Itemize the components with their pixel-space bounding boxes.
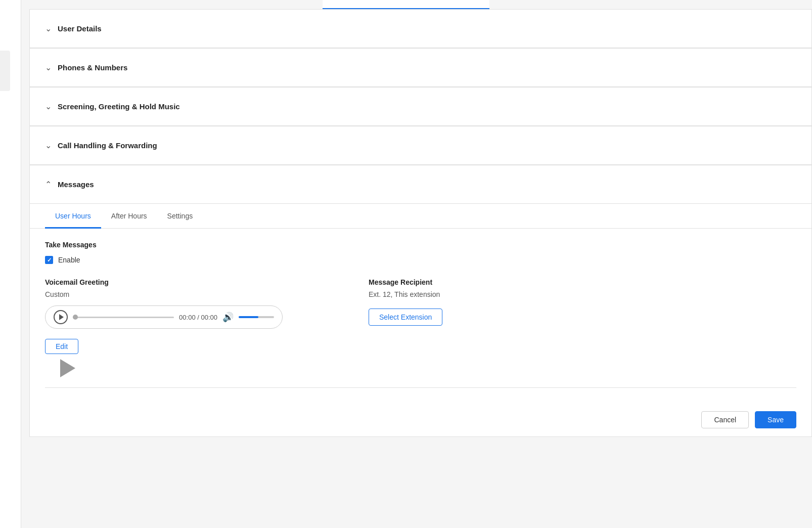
accordion-header-user-details[interactable]: ⌄ User Details: [30, 10, 811, 48]
edit-button[interactable]: Edit: [45, 339, 78, 354]
accordion-section-call-handling: ⌄ Call Handling & Forwarding: [29, 126, 812, 165]
accordion-header-phones-numbers[interactable]: ⌄ Phones & Numbers: [30, 49, 811, 86]
chevron-down-icon: ⌄: [45, 24, 52, 33]
left-sidebar: [0, 0, 21, 528]
top-progress-bar: [323, 0, 489, 9]
message-recipient-label: Message Recipient: [369, 278, 796, 286]
chevron-down-icon-2: ⌄: [45, 63, 52, 72]
chevron-down-icon-3: ⌄: [45, 102, 52, 111]
voicemail-greeting-label: Voicemail Greeting: [45, 278, 338, 286]
voicemail-greeting-col: Voicemail Greeting Custom 00:00 / 00:00 …: [45, 278, 338, 377]
accordion-section-screening: ⌄ Screening, Greeting & Hold Music: [29, 87, 812, 126]
accordion-section-user-details: ⌄ User Details: [29, 9, 812, 48]
call-handling-title: Call Handling & Forwarding: [58, 141, 157, 150]
tab-after-hours[interactable]: After Hours: [101, 204, 157, 229]
progress-thumb: [73, 315, 78, 320]
sidebar-tab: [0, 51, 10, 91]
page-wrapper: ⌄ User Details ⌄ Phones & Numbers ⌄ Scre…: [0, 0, 812, 528]
play-triangle-icon: [60, 359, 75, 377]
messages-body: Take Messages Enable Voicemail Greeting …: [30, 229, 811, 403]
main-content: ⌄ User Details ⌄ Phones & Numbers ⌄ Scre…: [29, 9, 812, 437]
divider: [45, 387, 796, 388]
tabs-bar: User Hours After Hours Settings: [30, 204, 811, 229]
messages-expanded-content: User Hours After Hours Settings Take Mes…: [30, 203, 811, 436]
chevron-up-icon: ⌃: [45, 180, 52, 189]
save-button[interactable]: Save: [755, 411, 796, 428]
accordion-header-screening[interactable]: ⌄ Screening, Greeting & Hold Music: [30, 87, 811, 125]
accordion-section-phones-numbers: ⌄ Phones & Numbers: [29, 48, 812, 87]
user-details-title: User Details: [58, 24, 102, 33]
time-display: 00:00 / 00:00: [179, 314, 217, 321]
cancel-button[interactable]: Cancel: [701, 411, 749, 428]
messages-title: Messages: [58, 180, 94, 189]
tab-settings[interactable]: Settings: [157, 204, 203, 229]
enable-label: Enable: [58, 256, 80, 264]
accordion-header-call-handling[interactable]: ⌄ Call Handling & Forwarding: [30, 126, 811, 164]
message-recipient-col: Message Recipient Ext. 12, This extensio…: [369, 278, 796, 326]
volume-fill: [239, 316, 258, 318]
chevron-down-icon-4: ⌄: [45, 141, 52, 150]
audio-player: 00:00 / 00:00 🔊: [45, 305, 283, 329]
recipient-ext-value: Ext. 12, This extension: [369, 290, 796, 298]
volume-bar[interactable]: [239, 316, 274, 318]
accordion-header-messages[interactable]: ⌃ Messages: [30, 165, 811, 203]
play-button[interactable]: [54, 310, 68, 324]
bottom-buttons-row: Cancel Save: [30, 403, 811, 436]
take-messages-label: Take Messages: [45, 241, 796, 249]
voicemail-greeting-value: Custom: [45, 290, 338, 298]
volume-icon[interactable]: 🔊: [222, 312, 234, 323]
screening-title: Screening, Greeting & Hold Music: [58, 102, 180, 111]
phones-numbers-title: Phones & Numbers: [58, 63, 127, 72]
accordion-section-messages: ⌃ Messages User Hours After Hours Settin…: [29, 165, 812, 437]
enable-checkbox[interactable]: [45, 256, 53, 264]
two-col-layout: Voicemail Greeting Custom 00:00 / 00:00 …: [45, 278, 796, 377]
select-extension-button[interactable]: Select Extension: [369, 309, 442, 326]
progress-bar[interactable]: [73, 317, 174, 318]
tab-user-hours[interactable]: User Hours: [45, 204, 101, 229]
enable-row: Enable: [45, 256, 796, 264]
